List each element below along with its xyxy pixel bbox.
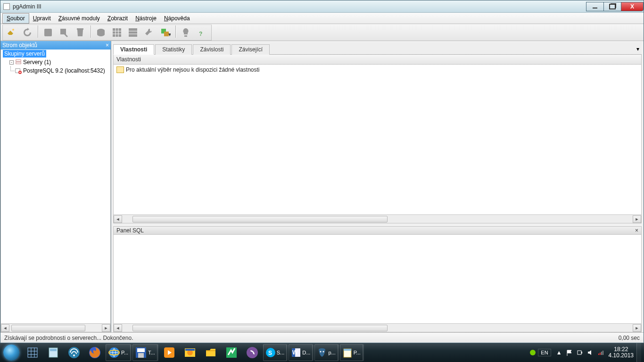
start-button[interactable] [0,343,23,362]
svg-rect-49 [603,351,603,355]
scroll-right-icon[interactable]: ► [633,324,641,332]
svg-text:▾: ▾ [168,31,171,38]
svg-text:?: ? [199,31,202,37]
sql-hscroll[interactable]: ◄ ► [113,324,642,332]
delete-icon[interactable] [73,25,88,40]
menu-upravit[interactable]: Upravit [29,13,55,24]
menu-zásuvné moduly[interactable]: Zásuvné moduly [55,13,104,24]
sql-icon[interactable] [93,25,108,40]
properties-icon[interactable] [41,25,56,40]
svg-rect-42 [344,349,351,351]
svg-rect-15 [19,72,21,73]
pin-wifi-icon[interactable] [64,344,84,361]
tree-close-icon[interactable]: × [106,42,109,49]
sql-panel-title[interactable]: Panel SQL × [113,226,642,235]
tray-battery-icon[interactable] [576,349,584,356]
taskbar-pgadmin[interactable]: p... [314,344,338,361]
tree-root-label: Skupiny serverů [3,50,46,58]
grid2-icon[interactable] [125,25,140,40]
server-label: PostgreSQL 9.2 (localhost:5432) [23,67,105,74]
refresh-icon[interactable] [20,25,35,40]
tabstrip: VlastnostiStatistikyZávislostiZávisející… [113,43,642,55]
taskbar-word[interactable]: WD... [289,344,313,361]
connect-icon[interactable] [4,25,19,40]
svg-point-39 [320,351,322,353]
tabs-more-icon[interactable]: ▾ [634,44,642,54]
tab-závisející[interactable]: Závisející [231,44,270,55]
menu-soubor[interactable]: Soubor [2,13,29,24]
scroll-thumb[interactable] [132,216,388,222]
window-title: pgAdmin III [13,3,41,10]
svg-rect-45 [581,352,582,354]
wrench-icon[interactable] [141,25,157,40]
create-icon[interactable] [57,25,72,40]
tray-network-icon[interactable] [597,349,604,356]
tree-root[interactable]: Skupiny serverů [1,49,110,58]
pin-calc-icon[interactable] [43,344,63,361]
svg-rect-46 [598,354,599,355]
hint-icon[interactable] [178,25,193,40]
grid1-icon[interactable] [109,25,124,40]
svg-rect-4 [113,28,121,37]
tab-závislosti[interactable]: Závislosti [193,44,231,55]
help-icon[interactable]: ? [194,25,209,40]
svg-rect-47 [600,353,601,355]
svg-rect-48 [601,352,602,355]
tray-up-icon[interactable]: ▲ [555,349,563,356]
empty-message: Pro aktuální výběr nejsou k dispozici žá… [126,66,259,73]
tree-server-item[interactable]: PostgreSQL 9.2 (localhost:5432) [1,66,110,75]
servers-icon [15,59,22,66]
minimize-button[interactable] [586,2,604,11]
object-tree[interactable]: Skupiny serverů - Servery (1) PostgreSQL… [0,49,111,324]
scroll-right-icon[interactable]: ► [633,215,641,223]
taskbar[interactable]: P... T... SS... WD... p... P... EN ▲ 18:… [0,343,644,362]
menu-nápověda[interactable]: Nápověda [160,13,194,24]
sql-body[interactable] [113,235,642,324]
sql-title-label: Panel SQL [116,227,144,234]
taskbar-viber[interactable] [242,344,262,361]
svg-rect-12 [16,62,21,64]
tree-hscroll[interactable]: ◄ ► [0,324,111,332]
taskbar-explorer[interactable] [201,344,221,361]
plugin-icon[interactable]: ▾ [157,25,173,40]
close-button[interactable]: X [621,2,644,11]
taskbar-check[interactable] [222,344,241,361]
scroll-thumb[interactable] [132,325,388,331]
pin-grid-icon[interactable] [23,344,42,361]
maximize-button[interactable] [603,2,621,11]
show-desktop[interactable] [636,343,641,362]
scroll-right-icon[interactable]: ► [102,324,110,332]
clock[interactable]: 18:22 4.10.2013 [609,346,634,359]
props-hscroll[interactable]: ◄ ► [113,215,642,223]
svg-rect-5 [129,28,137,37]
sql-close-icon[interactable]: × [635,227,638,234]
tab-statistiky[interactable]: Statistiky [155,44,192,55]
tab-vlastnosti[interactable]: Vlastnosti [113,44,154,55]
system-tray[interactable]: EN ▲ 18:22 4.10.2013 [528,343,644,362]
language-indicator[interactable]: EN [538,349,551,356]
taskbar-skype[interactable]: SS... [263,344,287,361]
taskbar-ie[interactable]: P... [106,344,131,361]
status-time: 0,00 sec [619,335,640,341]
menu-nástroje[interactable]: Nástroje [132,13,160,24]
scroll-thumb[interactable] [11,325,85,331]
taskbar-save[interactable]: T... [132,344,157,361]
pin-firefox-icon[interactable] [85,344,105,361]
expander-icon[interactable]: - [9,60,14,65]
taskbar-outlook[interactable] [180,344,200,361]
titlebar[interactable]: pgAdmin III X [0,0,644,13]
taskbar-media[interactable] [159,344,179,361]
servers-label: Servery (1) [23,59,51,66]
tray-skype-icon[interactable] [529,349,537,356]
tree-servers[interactable]: - Servery (1) [1,58,110,66]
tree-pane-title[interactable]: Strom objektů × [0,41,111,49]
tray-volume-icon[interactable] [586,349,594,356]
scroll-left-icon[interactable]: ◄ [114,324,122,332]
taskbar-notepad[interactable]: P... [340,344,363,361]
svg-rect-31 [185,349,195,351]
tray-flag-icon[interactable] [566,349,573,356]
menu-zobrazit[interactable]: Zobrazit [104,13,132,24]
scroll-left-icon[interactable]: ◄ [1,324,9,332]
scroll-left-icon[interactable]: ◄ [114,215,122,223]
svg-point-43 [530,350,536,355]
